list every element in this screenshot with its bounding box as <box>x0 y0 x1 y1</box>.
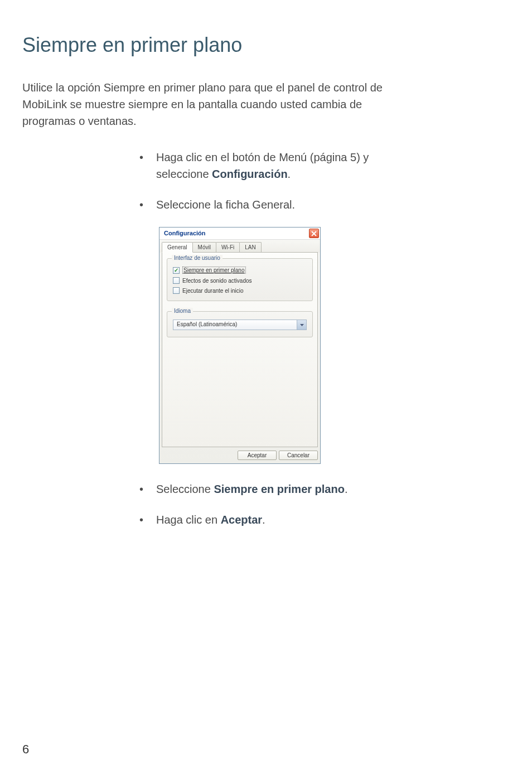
tab-wifi[interactable]: Wi-Fi <box>216 242 240 253</box>
list-item: Seleccione la ficha General. <box>134 196 413 213</box>
language-group-legend: Idioma <box>172 308 193 314</box>
chevron-down-icon <box>300 324 304 326</box>
list-item-text: . <box>345 483 348 495</box>
tab-panel-general: Interfaz de usuario Siempre en primer pl… <box>162 252 318 447</box>
instruction-list-continued: Seleccione Siempre en primer plano. Haga… <box>134 481 413 528</box>
checkbox-startup-label[interactable]: Ejecutar durante el inicio <box>182 288 244 294</box>
dialog-title: Configuración <box>159 228 210 238</box>
list-item-text: Haga clic en <box>156 514 221 526</box>
checkbox-startup[interactable] <box>173 287 180 294</box>
page-number: 6 <box>22 742 29 757</box>
checkbox-sound-label[interactable]: Efectos de sonido activados <box>182 278 252 284</box>
checkbox-always-top[interactable] <box>173 267 180 274</box>
language-dropdown-value: Español (Latinoamérica) <box>173 320 297 330</box>
checkbox-always-top-label[interactable]: Siempre en primer plano <box>182 267 246 274</box>
list-item-text: Seleccione <box>156 483 214 495</box>
intro-paragraph: Utilice la opción Siempre en primer plan… <box>22 79 390 129</box>
checkbox-always-top-row: Siempre en primer plano <box>173 267 307 274</box>
tab-general[interactable]: General <box>162 242 193 253</box>
ui-group: Interfaz de usuario Siempre en primer pl… <box>167 258 313 301</box>
list-item: Seleccione Siempre en primer plano. <box>134 481 413 497</box>
bold-term: Configuración <box>212 168 288 180</box>
language-dropdown[interactable]: Español (Latinoamérica) <box>173 320 307 330</box>
bold-term: Siempre en primer plano <box>214 483 345 495</box>
bold-term: Aceptar <box>221 514 262 526</box>
tab-lan[interactable]: LAN <box>239 242 261 253</box>
ui-group-legend: Interfaz de usuario <box>172 255 223 261</box>
cancel-button[interactable]: Cancelar <box>279 451 318 460</box>
dialog-titlebar: Configuración <box>159 228 320 240</box>
list-item-text: . <box>262 514 265 526</box>
checkbox-startup-row: Ejecutar durante el inicio <box>173 287 307 294</box>
checkbox-sound-row: Efectos de sonido activados <box>173 277 307 284</box>
close-icon <box>311 231 317 236</box>
instruction-list: Haga clic en el botón de Menú (página 5)… <box>134 149 413 213</box>
language-group: Idioma Español (Latinoamérica) <box>167 311 313 337</box>
list-item-text: . <box>288 168 291 180</box>
dropdown-button[interactable] <box>297 320 306 330</box>
configuration-dialog: Configuración General Móvil Wi-Fi LAN In… <box>159 227 321 464</box>
close-button[interactable] <box>309 229 319 238</box>
checkbox-sound[interactable] <box>173 277 180 284</box>
dialog-button-row: Aceptar Cancelar <box>159 447 320 460</box>
ok-button[interactable]: Aceptar <box>238 451 277 460</box>
tab-strip: General Móvil Wi-Fi LAN <box>159 240 320 253</box>
tab-movil[interactable]: Móvil <box>192 242 216 253</box>
list-item: Haga clic en Aceptar. <box>134 511 413 528</box>
page-title: Siempre en primer plano <box>22 33 510 57</box>
list-item: Haga clic en el botón de Menú (página 5)… <box>134 149 413 182</box>
list-item-text: Seleccione la ficha General. <box>156 199 295 211</box>
